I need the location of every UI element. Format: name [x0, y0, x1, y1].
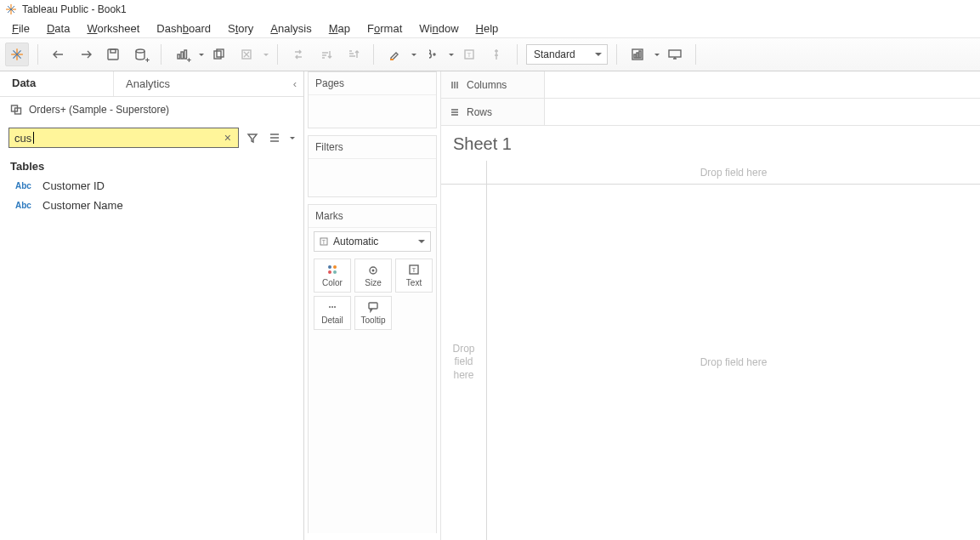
pages-shelf[interactable]: Pages [308, 71, 437, 128]
canvas-rows-drop[interactable]: Drop field here [441, 185, 487, 540]
tab-analytics[interactable]: Analytics ‹ [114, 71, 303, 96]
chevron-down-icon[interactable] [411, 54, 416, 56]
field-customer-id[interactable]: Abc Customer ID [0, 176, 303, 196]
menu-file[interactable]: File [3, 20, 38, 37]
viz-canvas: Drop field here Drop field here Drop fie… [441, 161, 980, 540]
menu-data[interactable]: Data [38, 20, 78, 37]
svg-text:T: T [412, 266, 416, 274]
menu-window[interactable]: Window [411, 20, 467, 37]
svg-rect-8 [108, 49, 118, 60]
sheet-title[interactable]: Sheet 1 [441, 126, 980, 161]
datasource-icon [10, 104, 22, 116]
menu-format[interactable]: Format [359, 20, 411, 37]
field-label: Customer Name [42, 199, 123, 212]
columns-drop-zone[interactable] [545, 71, 980, 98]
show-me-button[interactable] [626, 43, 649, 66]
collapse-pane-icon[interactable]: ‹ [293, 77, 297, 90]
menu-story[interactable]: Story [219, 20, 262, 37]
field-search-text[interactable] [13, 132, 221, 145]
pin-axis-button[interactable] [484, 43, 508, 66]
menubar: File Data Worksheet Dashboard Story Anal… [0, 19, 980, 37]
sort-descending-button[interactable] [341, 43, 365, 66]
mark-detail-label: Detail [321, 315, 343, 325]
marks-header: Marks [309, 205, 436, 228]
field-customer-name[interactable]: Abc Customer Name [0, 196, 303, 215]
field-search-input[interactable]: × [8, 128, 239, 148]
columns-shelf[interactable]: Columns [441, 71, 980, 99]
chevron-down-icon[interactable] [263, 54, 269, 56]
tooltip-icon [367, 301, 379, 313]
mark-size-button[interactable]: Size [354, 259, 392, 293]
data-pane: Data Analytics ‹ Orders+ (Sample - Super… [0, 71, 304, 540]
show-mark-labels-button[interactable]: T [457, 43, 481, 66]
mark-text-button[interactable]: T Text [395, 259, 433, 293]
svg-rect-10 [178, 54, 180, 59]
svg-rect-23 [669, 50, 681, 57]
mark-color-button[interactable]: Color [314, 259, 351, 293]
undo-button[interactable] [47, 43, 71, 66]
filters-shelf[interactable]: Filters [308, 135, 437, 197]
canvas-main-drop[interactable]: Drop field here [487, 185, 980, 540]
mark-detail-button[interactable]: Detail [314, 296, 351, 330]
window-title: Tableau Public - Book1 [22, 3, 127, 15]
svg-point-37 [331, 306, 333, 308]
tableau-home-button[interactable] [5, 43, 29, 66]
mark-color-label: Color [322, 278, 343, 287]
svg-point-31 [333, 270, 337, 274]
rows-shelf[interactable]: Rows [441, 99, 980, 126]
svg-rect-21 [637, 53, 638, 58]
svg-point-38 [334, 306, 336, 308]
svg-rect-9 [110, 49, 116, 53]
menu-analysis[interactable]: Analysis [262, 20, 320, 37]
abc-type-icon: Abc [15, 181, 34, 190]
cards-column: Pages Filters Marks T Automatic [304, 71, 440, 540]
chevron-down-icon[interactable] [654, 54, 660, 56]
tables-header: Tables [0, 153, 303, 176]
svg-point-29 [333, 265, 337, 269]
menu-dashboard[interactable]: Dashboard [148, 20, 219, 37]
svg-point-28 [328, 265, 331, 269]
view-fields-list-icon[interactable] [266, 129, 283, 146]
svg-rect-22 [639, 51, 641, 58]
svg-text:T: T [467, 51, 472, 59]
plus-icon: + [187, 56, 191, 65]
fit-dropdown[interactable]: Standard [526, 44, 608, 65]
color-dots-icon [326, 264, 338, 276]
save-button[interactable] [101, 43, 125, 66]
toolbar: + + T Standard [0, 37, 980, 71]
rows-drop-zone[interactable] [545, 99, 980, 125]
group-button[interactable] [420, 43, 444, 66]
window-titlebar: Tableau Public - Book1 [0, 0, 980, 19]
size-icon [367, 264, 379, 276]
svg-point-33 [372, 270, 375, 272]
clear-sheet-button[interactable] [235, 43, 258, 66]
mark-tooltip-label: Tooltip [361, 315, 386, 325]
chevron-down-icon[interactable] [290, 137, 295, 139]
menu-map[interactable]: Map [320, 20, 359, 37]
presentation-mode-button[interactable] [663, 43, 687, 66]
redo-button[interactable] [74, 43, 98, 66]
duplicate-sheet-button[interactable] [207, 43, 231, 66]
abc-type-icon: Abc [15, 201, 34, 210]
filter-fields-icon[interactable] [244, 129, 261, 146]
svg-text:T: T [322, 239, 326, 245]
data-source-row[interactable]: Orders+ (Sample - Superstore) [0, 97, 303, 122]
new-data-source-button[interactable]: + [128, 43, 152, 66]
swap-rows-columns-button[interactable] [286, 43, 310, 66]
new-worksheet-button[interactable]: + [170, 43, 194, 66]
mark-tooltip-button[interactable]: Tooltip [354, 296, 392, 330]
chevron-down-icon[interactable] [199, 54, 204, 56]
chevron-down-icon[interactable] [449, 54, 454, 56]
mark-text-label: Text [406, 278, 422, 287]
canvas-columns-drop[interactable]: Drop field here [487, 161, 980, 185]
clear-search-icon[interactable]: × [221, 131, 235, 145]
pages-header: Pages [309, 72, 436, 95]
menu-worksheet[interactable]: Worksheet [78, 20, 148, 37]
menu-help[interactable]: Help [467, 20, 507, 37]
svg-rect-39 [369, 303, 377, 309]
highlight-button[interactable] [382, 43, 406, 66]
columns-label: Columns [467, 79, 507, 91]
tab-data[interactable]: Data [0, 71, 114, 96]
sort-ascending-button[interactable] [314, 43, 337, 66]
mark-type-dropdown[interactable]: T Automatic [314, 231, 431, 252]
